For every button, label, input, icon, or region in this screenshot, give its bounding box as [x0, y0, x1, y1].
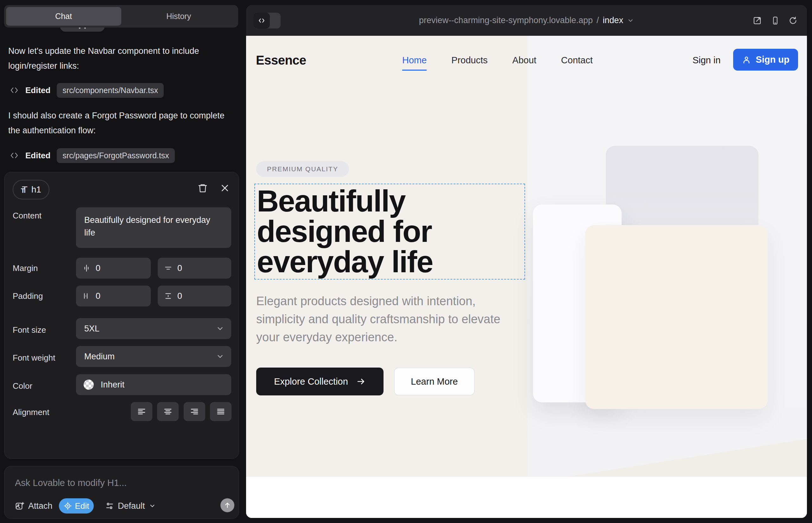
- site-logo[interactable]: Essence: [256, 53, 306, 68]
- padding-x-input[interactable]: 0: [76, 286, 151, 306]
- mobile-view-button[interactable]: [771, 16, 780, 25]
- preview-topbar: preview--charming-site-symphony.lovable.…: [246, 5, 807, 36]
- edited-label: Edited: [25, 86, 50, 95]
- edited-file-row: Edited src/pages/ForgotPassword.tsx: [10, 148, 175, 163]
- site-nav-links: Home Products About Contact: [402, 55, 593, 66]
- learn-more-button[interactable]: Learn More: [394, 367, 475, 395]
- sliders-icon: [105, 502, 114, 510]
- chevron-down-icon: [149, 502, 156, 509]
- margin-y-input[interactable]: 0: [158, 258, 231, 278]
- selected-element-badge: TT h1: [13, 180, 49, 199]
- align-right-button[interactable]: [184, 402, 205, 421]
- chevron-down-icon: [216, 325, 224, 333]
- decorative-card-beige: [585, 225, 768, 409]
- nav-link-products[interactable]: Products: [451, 55, 488, 66]
- hero-description: Elegant products designed with intention…: [256, 292, 513, 346]
- url-host: preview--charming-site-symphony.lovable.…: [419, 16, 593, 25]
- site-white-section: [246, 477, 807, 518]
- edited-label: Edited: [25, 151, 50, 161]
- chat-composer: Ask Lovable to modify H1... Attach Edit …: [4, 466, 239, 519]
- nav-link-contact[interactable]: Contact: [561, 55, 593, 66]
- hero-heading[interactable]: Beautifully designed for everyday life: [257, 186, 520, 277]
- font-size-select[interactable]: 5XL: [76, 318, 231, 339]
- refresh-button[interactable]: [789, 16, 797, 25]
- margin-x-input[interactable]: 0: [76, 258, 151, 278]
- text-type-icon: TT: [21, 184, 28, 195]
- align-center-button[interactable]: [157, 402, 179, 421]
- arrow-up-icon: [224, 502, 231, 509]
- chat-message: Now let's update the Navbar component to…: [8, 44, 234, 73]
- element-tag-label: h1: [31, 184, 41, 195]
- sign-up-button[interactable]: Sign up: [733, 49, 798, 71]
- url-page: index: [603, 16, 623, 25]
- close-panel-button[interactable]: [218, 182, 231, 194]
- chat-history-tabbar: Chat History: [4, 5, 238, 28]
- site-navbar: Essence Home Products About Contact Sign…: [246, 36, 807, 85]
- margin-horizontal-icon: [82, 264, 91, 272]
- attach-image-icon: [15, 501, 24, 511]
- chevron-down-icon: [216, 353, 224, 361]
- sign-in-link[interactable]: Sign in: [690, 55, 723, 66]
- padding-horizontal-icon: [82, 292, 91, 300]
- external-link-icon: [753, 16, 762, 25]
- hero-section: Essence Home Products About Contact Sign…: [246, 36, 807, 477]
- explore-collection-button[interactable]: Explore Collection: [256, 367, 384, 395]
- url-separator: /: [597, 16, 599, 25]
- color-swatch: [84, 380, 94, 390]
- align-center-icon: [163, 407, 173, 416]
- nav-link-about[interactable]: About: [512, 55, 536, 66]
- arrow-right-icon: [356, 377, 366, 386]
- font-size-field-label: Font size: [13, 325, 46, 335]
- font-weight-field-label: Font weight: [13, 353, 55, 363]
- align-left-icon: [137, 407, 146, 416]
- file-chip[interactable]: src/pages/ForgotPassword.tsx: [57, 148, 175, 163]
- tab-chat[interactable]: Chat: [6, 7, 121, 26]
- chat-sidebar: Chat History Now let's update the Navbar…: [0, 0, 246, 523]
- refresh-icon: [789, 16, 797, 25]
- padding-vertical-icon: [164, 292, 172, 300]
- code-icon: [10, 151, 19, 160]
- color-field-label: Color: [13, 381, 32, 391]
- align-justify-button[interactable]: [210, 402, 231, 421]
- edit-mode-button[interactable]: Edit: [59, 498, 94, 513]
- tab-history[interactable]: History: [121, 7, 236, 26]
- font-weight-select[interactable]: Medium: [76, 346, 231, 367]
- content-field-label: Content: [13, 211, 41, 221]
- alignment-field-label: Alignment: [13, 408, 49, 417]
- edited-file-row: Edited src/components/Navbar.tsx: [10, 83, 164, 97]
- margin-field-label: Margin: [13, 264, 38, 273]
- user-icon: [742, 55, 751, 65]
- trash-icon: [198, 183, 208, 193]
- chevron-down-icon: [627, 17, 634, 24]
- smartphone-icon: [771, 16, 780, 25]
- chat-message: I should also create a Forgot Password p…: [8, 108, 234, 138]
- preview-url[interactable]: preview--charming-site-symphony.lovable.…: [246, 5, 807, 36]
- close-icon: [220, 183, 230, 193]
- align-left-button[interactable]: [131, 402, 152, 421]
- open-external-button[interactable]: [753, 16, 762, 25]
- content-input[interactable]: Beautifully designed for everyday life: [76, 208, 231, 248]
- delete-element-button[interactable]: [196, 182, 209, 194]
- element-editor-panel: TT h1 Content Beautifully designed for e…: [4, 172, 239, 459]
- align-justify-icon: [216, 407, 226, 416]
- attach-button[interactable]: Attach: [15, 498, 53, 513]
- hero-badge: PREMIUM QUALITY: [256, 161, 349, 177]
- file-chip[interactable]: src/components/Navbar.tsx: [57, 83, 164, 98]
- target-icon: [64, 502, 72, 510]
- padding-field-label: Padding: [13, 291, 43, 301]
- margin-vertical-icon: [164, 264, 172, 272]
- align-right-icon: [190, 407, 199, 416]
- preview-window: preview--charming-site-symphony.lovable.…: [246, 5, 807, 518]
- color-select[interactable]: Inherit: [76, 374, 231, 395]
- padding-y-input[interactable]: 0: [158, 286, 231, 306]
- code-icon: [10, 86, 19, 95]
- composer-input[interactable]: Ask Lovable to modify H1...: [15, 478, 127, 488]
- mode-select[interactable]: Default: [105, 498, 156, 513]
- nav-link-home[interactable]: Home: [402, 55, 427, 66]
- send-button[interactable]: [220, 498, 234, 512]
- preview-content: Essence Home Products About Contact Sign…: [246, 36, 807, 518]
